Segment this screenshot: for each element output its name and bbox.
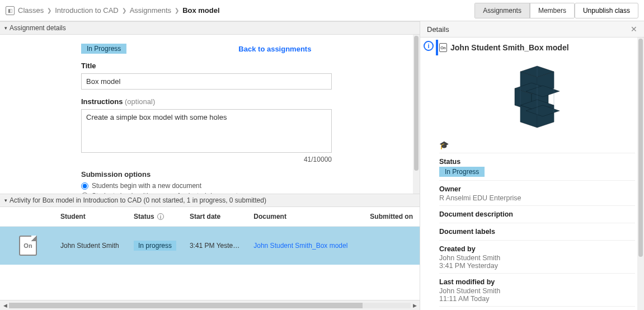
app-logo-icon: ◧ [6,6,15,15]
scroll-right-icon[interactable]: ▶ [411,302,419,309]
last-modified-time: 11:11 AM Today [439,295,635,303]
submission-options-label: Submission options [81,170,339,179]
instructions-label: Instructions (optional) [81,97,339,106]
char-count: 41/10000 [81,156,332,163]
vertical-scrollbar[interactable] [637,37,644,310]
tab-assignments[interactable]: Assignments [475,3,530,18]
activity-title: Activity for Box model in Introduction t… [10,196,266,204]
education-icon: 🎓 [439,140,635,149]
col-student[interactable]: Student [56,207,129,227]
nav-tabs: Assignments Members [474,3,575,18]
last-modified-label: Last modified by [439,278,635,286]
activity-body: Student Status i Start date Document Sub… [0,207,420,310]
status-badge: In Progress [81,44,126,54]
assignment-details-header[interactable]: ▾ Assignment details [0,21,420,35]
created-by-label: Created by [439,245,635,253]
last-modified-value: John Student Smith [439,287,635,295]
col-document[interactable]: Document [249,207,361,227]
owner-value: R Anselmi EDU Enterprise [439,194,635,202]
breadcrumb-classes[interactable]: Classes [18,6,44,15]
details-doc-title: John Student Smith_Box model [450,43,569,52]
option-copy-radio[interactable] [81,192,88,194]
table-row[interactable]: On John Student Smith In progress 3:41 P… [0,227,420,265]
document-thumbnail [439,58,635,136]
cell-document-link[interactable]: John Student Smith_Box model [253,242,347,250]
breadcrumb: ◧ Classes ❯ Introduction to CAD ❯ Assign… [6,6,470,15]
assignment-details-body: In Progress Back to assignments Title In… [0,35,420,194]
created-by-value: John Student Smith [439,254,635,262]
col-start-date[interactable]: Start date [185,207,249,227]
col-status[interactable]: Status i [129,207,185,227]
back-to-assignments-link[interactable]: Back to assignments [238,45,311,53]
chevron-right-icon: ❯ [47,7,51,13]
activity-table: Student Status i Start date Document Sub… [0,207,420,265]
close-icon[interactable]: ✕ [631,25,637,34]
breadcrumb-assignments[interactable]: Assignments [130,6,171,15]
cell-submitted-on [361,227,420,265]
option-copy-document[interactable]: Students begin with a copy of selected d… [81,192,339,194]
document-icon: On [439,43,447,52]
caret-down-icon: ▾ [4,198,7,203]
option-new-document[interactable]: Students begin with a new document [81,182,339,190]
info-icon[interactable]: i [424,41,434,51]
details-panel-title: Details [427,25,449,34]
cell-start-date: 3:41 PM Yeste… [185,227,249,265]
assignment-details-title: Assignment details [10,24,66,32]
details-panel: Details ✕ i On John Student Smith_Box mo… [420,21,644,310]
status-value-badge: In Progress [439,167,485,177]
chevron-right-icon: ❯ [122,7,126,13]
accent-bar [436,40,438,55]
info-icon[interactable]: i [157,213,164,220]
breadcrumb-current: Box model [182,6,219,15]
doc-labels-label: Document labels [439,228,635,236]
cell-status: In progress [134,241,176,251]
document-icon: On [19,236,37,256]
doc-description-label: Document description [439,210,635,218]
title-label: Title [81,62,339,70]
caret-down-icon: ▾ [4,25,7,31]
tab-members[interactable]: Members [530,3,574,18]
created-by-time: 3:41 PM Yesterday [439,262,635,270]
cell-student: John Student Smith [56,227,129,265]
instructions-textarea[interactable] [81,109,332,153]
unpublish-class-button[interactable]: Unpublish class [575,3,638,18]
col-submitted-on[interactable]: Submitted on [361,207,420,227]
activity-header[interactable]: ▾ Activity for Box model in Introduction… [0,194,420,207]
scroll-left-icon[interactable]: ◀ [1,302,9,309]
option-new-radio[interactable] [81,182,88,190]
chevron-right-icon: ❯ [175,7,179,13]
top-bar: ◧ Classes ❯ Introduction to CAD ❯ Assign… [0,0,644,21]
owner-label: Owner [439,185,635,193]
horizontal-scrollbar[interactable]: ◀ ▶ [0,300,420,310]
breadcrumb-course[interactable]: Introduction to CAD [55,6,118,15]
title-input[interactable] [81,73,332,90]
status-label: Status [439,158,635,166]
